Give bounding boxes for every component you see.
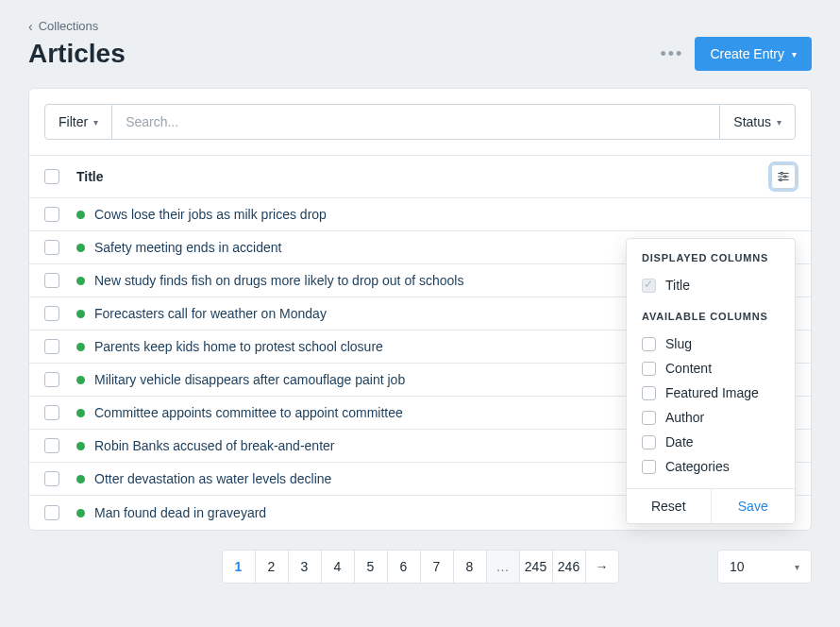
table-row: Cows lose their jobs as milk prices drop: [29, 197, 811, 230]
entry-title-link[interactable]: Cows lose their jobs as milk prices drop: [94, 207, 327, 222]
entry-title-link[interactable]: Military vehicle disappears after camouf…: [94, 372, 405, 387]
status-dot-icon: [76, 277, 85, 285]
chevron-down-icon: ▾: [792, 49, 797, 59]
chevron-left-icon: ‹: [28, 20, 33, 33]
column-label: Featured Image: [665, 385, 759, 400]
pagination: 12345678…245246→: [222, 550, 619, 584]
create-entry-label: Create Entry: [710, 46, 784, 61]
search-container: [112, 104, 719, 140]
page-next[interactable]: →: [585, 550, 619, 584]
page-number[interactable]: 4: [321, 550, 355, 584]
svg-point-3: [784, 176, 786, 178]
page-number[interactable]: 3: [288, 550, 322, 584]
entry-title-link[interactable]: Robin Banks accused of break-and-enter: [94, 438, 334, 453]
status-label: Status: [733, 114, 771, 129]
entry-title-link[interactable]: New study finds fish on drugs more likel…: [94, 273, 463, 288]
column-checkbox[interactable]: [642, 362, 656, 376]
column-checkbox[interactable]: [642, 337, 656, 351]
page-number[interactable]: 5: [354, 550, 388, 584]
status-dot-icon: [76, 211, 85, 219]
available-column-item[interactable]: Featured Image: [642, 381, 780, 405]
column-checkbox[interactable]: [642, 386, 656, 400]
status-dot-icon: [76, 376, 85, 384]
page-number[interactable]: 6: [387, 550, 421, 584]
column-label: Categories: [665, 459, 730, 474]
page-number[interactable]: 8: [453, 550, 487, 584]
page-number[interactable]: 2: [255, 550, 289, 584]
table-header: Title: [29, 155, 811, 197]
status-dot-icon: [76, 343, 85, 351]
available-column-item[interactable]: Categories: [642, 454, 780, 479]
row-checkbox[interactable]: [44, 405, 59, 420]
page-title: Articles: [28, 39, 126, 69]
column-label: Slug: [665, 336, 692, 351]
sliders-icon: [777, 170, 790, 183]
filter-label: Filter: [59, 114, 88, 129]
filter-button[interactable]: Filter ▾: [44, 104, 112, 140]
column-checkbox[interactable]: [642, 411, 656, 425]
status-button[interactable]: Status ▾: [719, 104, 796, 140]
displayed-columns-heading: DISPLAYED COLUMNS: [642, 252, 780, 263]
entry-title-link[interactable]: Man found dead in graveyard: [94, 505, 266, 520]
chevron-down-icon: ▾: [795, 562, 799, 572]
search-input[interactable]: [126, 114, 706, 129]
displayed-column-item: Title: [642, 273, 780, 297]
page-number[interactable]: 7: [420, 550, 454, 584]
available-column-item[interactable]: Slug: [642, 331, 780, 356]
entry-title-link[interactable]: Forecasters call for weather on Monday: [94, 306, 327, 321]
column-checkbox[interactable]: [642, 435, 656, 449]
column-label: Content: [665, 361, 712, 376]
available-column-item[interactable]: Author: [642, 405, 780, 430]
chevron-down-icon: ▾: [777, 117, 781, 127]
column-settings-button[interactable]: [771, 164, 796, 189]
column-checkbox[interactable]: [642, 460, 656, 474]
available-column-item[interactable]: Date: [642, 430, 780, 454]
entry-title-link[interactable]: Committee appoints committee to appoint …: [94, 405, 403, 420]
available-column-item[interactable]: Content: [642, 356, 780, 381]
entry-title-link[interactable]: Safety meeting ends in accident: [94, 240, 281, 255]
chevron-down-icon: ▾: [93, 117, 98, 127]
page-number[interactable]: 1: [222, 550, 256, 584]
columns-save-button[interactable]: Save: [712, 489, 796, 523]
page-ellipsis: …: [486, 550, 520, 584]
column-header-title[interactable]: Title: [76, 169, 764, 184]
svg-point-5: [780, 178, 781, 180]
per-page-value: 10: [730, 559, 745, 574]
row-checkbox[interactable]: [44, 505, 59, 520]
column-label: Author: [665, 410, 704, 425]
available-columns-heading: AVAILABLE COLUMNS: [642, 311, 780, 322]
page-number[interactable]: 245: [519, 550, 553, 584]
row-checkbox[interactable]: [44, 306, 59, 321]
create-entry-button[interactable]: Create Entry ▾: [695, 37, 812, 71]
select-all-checkbox[interactable]: [44, 169, 59, 184]
row-checkbox[interactable]: [44, 339, 59, 354]
row-checkbox[interactable]: [44, 240, 59, 255]
column-checkbox-locked: [642, 279, 656, 293]
columns-popover: DISPLAYED COLUMNS Title AVAILABLE COLUMN…: [626, 238, 796, 524]
breadcrumb[interactable]: ‹ Collections: [28, 19, 812, 33]
column-label: Title: [665, 278, 690, 293]
status-dot-icon: [76, 442, 85, 450]
breadcrumb-label: Collections: [39, 19, 99, 33]
column-label: Date: [665, 434, 694, 449]
page-number[interactable]: 246: [552, 550, 586, 584]
entry-title-link[interactable]: Otter devastation as water levels declin…: [94, 471, 331, 486]
per-page-select[interactable]: 10 ▾: [717, 550, 812, 584]
status-dot-icon: [76, 310, 85, 318]
entry-title-link[interactable]: Parents keep kids home to protest school…: [94, 339, 383, 354]
page-more-icon[interactable]: •••: [661, 44, 684, 64]
row-checkbox[interactable]: [44, 207, 59, 222]
row-checkbox[interactable]: [44, 273, 59, 288]
status-dot-icon: [76, 475, 85, 483]
status-dot-icon: [76, 409, 85, 417]
svg-point-1: [781, 172, 782, 174]
listing-card: Filter ▾ Status ▾ Title: [28, 88, 812, 531]
columns-reset-button[interactable]: Reset: [627, 489, 712, 523]
status-dot-icon: [76, 509, 85, 517]
row-checkbox[interactable]: [44, 372, 59, 387]
row-checkbox[interactable]: [44, 438, 59, 453]
row-checkbox[interactable]: [44, 471, 59, 486]
status-dot-icon: [76, 244, 85, 252]
